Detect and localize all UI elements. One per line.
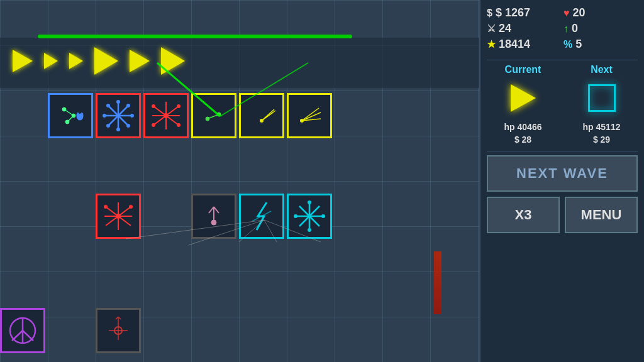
money-value: $ 1267 bbox=[496, 6, 530, 19]
svg-point-50 bbox=[104, 205, 108, 209]
tower-freeze[interactable] bbox=[96, 93, 141, 138]
enemy-2 bbox=[44, 53, 58, 69]
tower-sniper[interactable] bbox=[191, 93, 236, 138]
heart-value: 20 bbox=[573, 6, 586, 19]
enemy-1 bbox=[13, 50, 33, 72]
svg-line-3 bbox=[64, 109, 74, 116]
next-column: Next bbox=[565, 64, 638, 117]
dollar-icon: $ bbox=[487, 8, 492, 19]
svg-line-54 bbox=[209, 207, 214, 213]
next-cost: $ 29 bbox=[565, 134, 638, 145]
enemy-container bbox=[13, 47, 185, 75]
enemy-5 bbox=[130, 50, 150, 72]
current-cost-col: $ 28 bbox=[487, 134, 559, 145]
svg-point-63 bbox=[294, 214, 297, 218]
tower-freeze-cyan[interactable] bbox=[287, 194, 332, 239]
tower-purple[interactable] bbox=[0, 308, 45, 353]
svg-point-26 bbox=[152, 104, 155, 108]
svg-line-67 bbox=[12, 331, 23, 341]
menu-button[interactable]: MENU bbox=[565, 197, 638, 233]
svg-point-15 bbox=[126, 104, 130, 107]
next-hp: hp 45112 bbox=[565, 122, 638, 132]
svg-point-29 bbox=[177, 123, 180, 127]
svg-point-16 bbox=[106, 124, 110, 128]
current-next-labels: Current Next bbox=[487, 64, 638, 117]
enemy-6 bbox=[161, 47, 185, 75]
heart-stat: ♥ 20 bbox=[564, 6, 638, 19]
sword-icon: ⚔ bbox=[487, 23, 496, 35]
enemy-3 bbox=[69, 53, 83, 69]
heart-icon: ♥ bbox=[564, 8, 570, 19]
enemy-4 bbox=[94, 47, 118, 75]
svg-line-20 bbox=[153, 116, 166, 125]
svg-line-4 bbox=[67, 116, 74, 122]
arrow-up-icon: ↑ bbox=[564, 23, 569, 35]
svg-line-18 bbox=[153, 106, 166, 116]
svg-line-45 bbox=[118, 216, 131, 226]
svg-line-21 bbox=[166, 116, 179, 125]
percent-value: 5 bbox=[575, 38, 582, 51]
next-icon-area bbox=[565, 79, 638, 117]
current-enemy-icon bbox=[511, 84, 536, 112]
svg-point-12 bbox=[130, 114, 134, 118]
speed-button[interactable]: X3 bbox=[487, 197, 560, 233]
svg-point-11 bbox=[103, 114, 106, 118]
arrow-stat: ↑ 0 bbox=[564, 22, 638, 35]
svg-line-19 bbox=[166, 106, 179, 116]
cost-row: $ 28 $ 29 bbox=[487, 134, 638, 145]
next-wave-button[interactable]: NEXT WAVE bbox=[487, 155, 638, 192]
score-stat: ★ 18414 bbox=[487, 38, 561, 51]
current-label: Current bbox=[487, 64, 559, 75]
svg-line-42 bbox=[106, 207, 118, 216]
current-hp: hp 40466 bbox=[487, 122, 559, 132]
svg-point-61 bbox=[308, 200, 311, 204]
tower-burst-red[interactable] bbox=[143, 93, 189, 138]
next-hp-col: hp 45112 bbox=[565, 122, 638, 132]
right-panel: $ $ 1267 ♥ 20 ⚔ 24 ↑ 0 ★ 18414 % 5 Curre… bbox=[479, 0, 644, 362]
divider-1 bbox=[487, 60, 638, 60]
tower-arrow[interactable] bbox=[239, 93, 284, 138]
sword-stat: ⚔ 24 bbox=[487, 22, 561, 35]
divider-2 bbox=[487, 151, 638, 151]
next-enemy-icon bbox=[588, 84, 616, 112]
percent-icon: % bbox=[564, 39, 572, 50]
red-bar bbox=[434, 251, 441, 314]
svg-line-68 bbox=[23, 331, 33, 341]
current-icon-area bbox=[487, 79, 559, 117]
svg-line-36 bbox=[262, 111, 275, 121]
tower-arrow-up[interactable] bbox=[191, 194, 236, 239]
sword-value: 24 bbox=[499, 22, 511, 35]
next-cost-col: $ 29 bbox=[565, 134, 638, 145]
star-icon: ★ bbox=[487, 38, 496, 50]
svg-point-62 bbox=[308, 228, 311, 232]
current-column: Current bbox=[487, 64, 559, 117]
percent-stat: % 5 bbox=[564, 38, 638, 51]
tower-lightning[interactable] bbox=[239, 194, 284, 239]
svg-point-64 bbox=[321, 214, 325, 218]
progress-bar bbox=[38, 35, 352, 38]
svg-point-27 bbox=[177, 104, 180, 108]
svg-point-10 bbox=[116, 128, 120, 131]
score-value: 18414 bbox=[499, 38, 530, 51]
svg-line-43 bbox=[118, 207, 131, 216]
tower-crosshair[interactable] bbox=[96, 308, 141, 353]
svg-point-28 bbox=[152, 123, 155, 127]
svg-point-13 bbox=[106, 104, 110, 107]
svg-line-44 bbox=[106, 216, 118, 226]
next-label: Next bbox=[565, 64, 638, 75]
stats-grid: $ $ 1267 ♥ 20 ⚔ 24 ↑ 0 ★ 18414 % 5 bbox=[487, 6, 638, 51]
svg-point-51 bbox=[129, 205, 133, 209]
svg-point-9 bbox=[116, 100, 120, 104]
tower-burst-red-2[interactable] bbox=[96, 194, 141, 239]
current-hp-col: hp 40466 bbox=[487, 122, 559, 132]
current-cost: $ 28 bbox=[487, 134, 559, 145]
svg-point-14 bbox=[126, 124, 130, 128]
bottom-buttons: X3 MENU bbox=[487, 197, 638, 233]
hp-row: hp 40466 hp 45112 bbox=[487, 122, 638, 132]
tower-water[interactable] bbox=[48, 93, 93, 138]
svg-line-55 bbox=[214, 207, 219, 213]
tower-multi[interactable] bbox=[287, 93, 332, 138]
game-area bbox=[0, 0, 479, 362]
arrow-value: 0 bbox=[572, 22, 578, 35]
money-stat: $ $ 1267 bbox=[487, 6, 561, 19]
